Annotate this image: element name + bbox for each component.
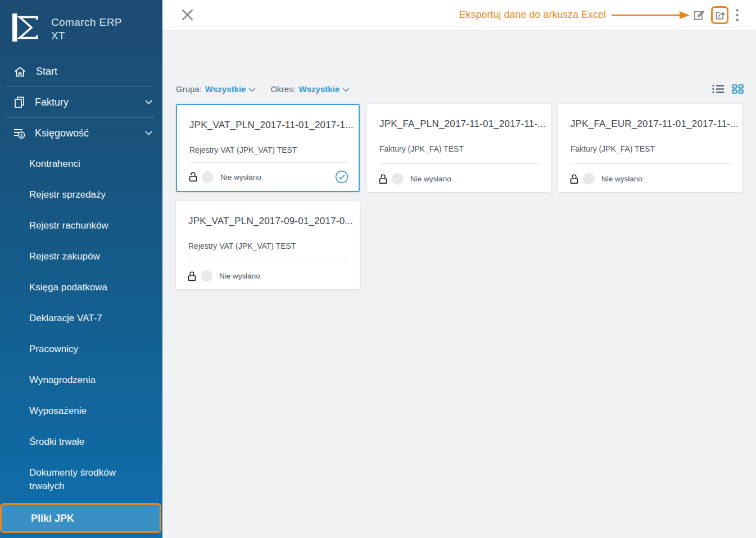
sidebar-item-wyposazenie[interactable]: Wyposażenie <box>0 395 162 426</box>
sidebar: Comarch ERP XT Start Faktury <box>0 0 162 538</box>
kebab-menu-icon[interactable] <box>734 8 740 22</box>
sidebar-item-pracownicy[interactable]: Pracownicy <box>0 334 162 364</box>
sidebar-item-rejestr-rachunkow[interactable]: Rejestr rachunków <box>0 210 162 241</box>
jpk-file-card[interactable]: JPK_VAT_PLN_2017-09-01_2017-0... Rejestr… <box>176 201 360 289</box>
sidebar-nav: Start Faktury $ Księgowość <box>0 56 162 533</box>
chevron-down-icon <box>145 100 152 104</box>
card-subtitle: Rejestry VAT (JPK_VAT) TEST <box>176 227 360 250</box>
group-filter-value[interactable]: Wszystkie <box>205 84 246 94</box>
filter-row: Grupa: Wszystkie Okres: Wszystkie <box>176 84 744 94</box>
chevron-down-icon[interactable] <box>342 88 350 92</box>
sidebar-item-start[interactable]: Start <box>0 56 162 86</box>
export-annotation-label: Eksportuj dane do arkusza Excel <box>459 9 606 21</box>
topbar: Eksportuj dane do arkusza Excel <box>162 0 756 30</box>
main-area: Eksportuj dane do arkusza Excel <box>162 0 756 538</box>
grid-view-icon[interactable] <box>732 84 744 94</box>
sidebar-item-deklaracje-vat7[interactable]: Deklaracje VAT-7 <box>0 303 162 334</box>
lock-open-icon <box>188 271 196 281</box>
sidebar-item-pliki-jpk[interactable]: Pliki JPK <box>0 503 161 533</box>
status-label: Nie wysłano <box>220 173 261 181</box>
send-toggle[interactable] <box>201 270 212 282</box>
send-toggle[interactable] <box>583 173 595 185</box>
card-divider <box>189 162 347 163</box>
card-title: JPK_VAT_PLN_2017-11-01_2017-1... <box>177 105 359 131</box>
sidebar-item-faktury[interactable]: Faktury <box>0 87 162 117</box>
group-filter-label: Grupa: <box>176 84 202 94</box>
app-title: Comarch ERP XT <box>51 12 122 43</box>
comarch-logo-icon <box>12 12 43 43</box>
share-icon <box>714 9 726 21</box>
card-footer: Nie wysłano <box>379 173 541 185</box>
brand-line1: Comarch ERP <box>51 16 122 29</box>
filters: Grupa: Wszystkie Okres: Wszystkie <box>176 84 350 94</box>
invoice-icon <box>13 96 25 108</box>
chevron-down-icon[interactable] <box>248 88 256 92</box>
sidebar-item-ksiega-podatkowa[interactable]: Księga podatkowa <box>0 272 162 303</box>
sidebar-item-label: Start <box>36 66 152 77</box>
sidebar-item-rejestr-zakupow[interactable]: Rejestr zakupów <box>0 241 162 272</box>
app-brand: Comarch ERP XT <box>0 0 162 43</box>
send-toggle[interactable] <box>392 173 404 185</box>
card-footer: Nie wysłano <box>189 170 348 184</box>
brand-line2: XT <box>51 29 122 43</box>
check-circle-icon <box>335 170 348 184</box>
status-label: Nie wysłano <box>601 175 642 183</box>
sidebar-submenu: Kontrahenci Rejestr sprzedaży Rejestr ra… <box>0 148 162 533</box>
period-filter-value[interactable]: Wszystkie <box>299 84 340 94</box>
card-title: JPK_VAT_PLN_2017-09-01_2017-0... <box>176 201 360 227</box>
period-filter[interactable]: Okres: Wszystkie <box>270 84 350 94</box>
content: Grupa: Wszystkie Okres: Wszystkie <box>162 84 756 289</box>
sidebar-item-dokumenty-srodkow-trwalych[interactable]: Dokumenty środków trwałych <box>0 457 162 502</box>
card-subtitle: Faktury (JPK_FA) TEST <box>367 130 551 153</box>
period-filter-label: Okres: <box>270 84 295 94</box>
group-filter[interactable]: Grupa: Wszystkie <box>176 84 256 94</box>
sidebar-item-label: Księgowość <box>35 127 135 139</box>
sidebar-item-ksiegowosc[interactable]: $ Księgowość <box>0 118 162 148</box>
jpk-cards-grid: JPK_VAT_PLN_2017-11-01_2017-1... Rejestr… <box>176 104 744 289</box>
sidebar-item-kontrahenci[interactable]: Kontrahenci <box>0 148 162 179</box>
lock-open-icon <box>570 174 578 184</box>
card-subtitle: Faktury (JPK_FA) TEST <box>558 130 742 153</box>
sidebar-item-srodki-trwale[interactable]: Środki trwałe <box>0 426 162 457</box>
lock-open-icon <box>379 174 387 184</box>
card-divider <box>188 261 348 261</box>
jpk-file-card[interactable]: JPK_VAT_PLN_2017-11-01_2017-1... Rejestr… <box>176 104 360 192</box>
jpk-file-card[interactable]: JPK_FA_EUR_2017-11-01_2017-11-... Faktur… <box>558 104 742 192</box>
jpk-file-card[interactable]: JPK_FA_PLN_2017-11-01_2017-11-... Faktur… <box>367 104 551 192</box>
annotation-arrow-icon <box>610 10 690 20</box>
close-icon[interactable] <box>180 7 195 22</box>
chevron-down-icon <box>145 131 152 135</box>
card-divider <box>379 163 540 164</box>
card-title: JPK_FA_EUR_2017-11-01_2017-11-... <box>558 104 742 130</box>
status-label: Nie wysłano <box>410 175 451 183</box>
accounting-icon: $ <box>13 127 25 139</box>
list-view-icon[interactable] <box>712 84 725 94</box>
svg-text:$: $ <box>20 132 23 138</box>
export-excel-button[interactable] <box>711 6 728 24</box>
topbar-actions: Eksportuj dane do arkusza Excel <box>459 6 740 24</box>
edit-icon[interactable] <box>692 8 706 22</box>
card-subtitle: Rejestry VAT (JPK_VAT) TEST <box>177 131 359 154</box>
status-label: Nie wysłano <box>219 272 260 280</box>
card-footer: Nie wysłano <box>188 270 350 282</box>
lock-open-icon <box>189 172 197 182</box>
sidebar-item-rejestr-sprzedazy[interactable]: Rejestr sprzedaży <box>0 179 162 210</box>
view-toggles <box>712 84 744 94</box>
card-divider <box>571 163 731 164</box>
send-toggle[interactable] <box>202 171 214 183</box>
card-footer: Nie wysłano <box>570 173 732 185</box>
card-title: JPK_FA_PLN_2017-11-01_2017-11-... <box>367 104 551 130</box>
sidebar-item-label: Faktury <box>35 97 135 108</box>
sidebar-item-wynagrodzenia[interactable]: Wynagrodzenia <box>0 364 162 395</box>
home-icon <box>13 66 26 77</box>
